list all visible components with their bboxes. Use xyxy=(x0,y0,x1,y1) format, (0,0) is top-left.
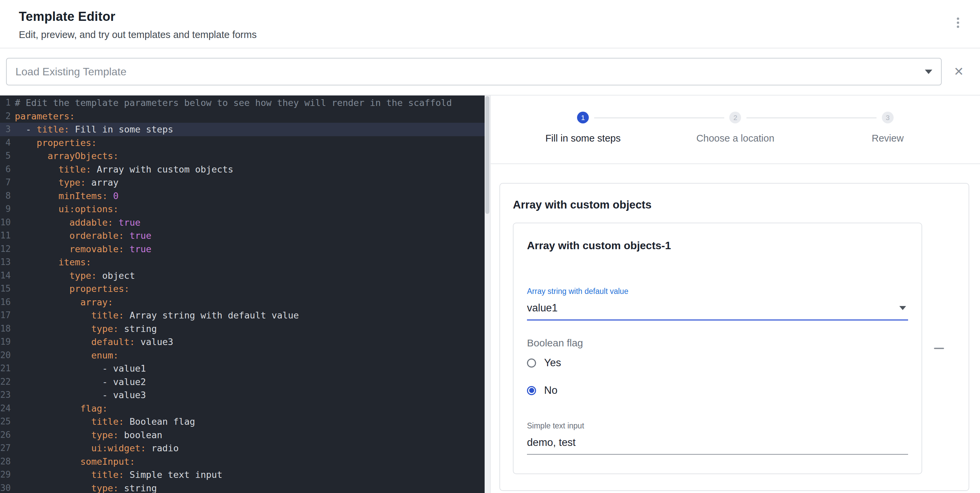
step-circle: 2 xyxy=(729,112,741,123)
code-lines[interactable]: 1# Edit the template parameters below to… xyxy=(0,96,485,493)
array-item-row: Array with custom objects-1 Array string… xyxy=(513,223,956,474)
code-line[interactable]: 21 - value1 xyxy=(0,362,485,375)
code-text: arrayObjects: xyxy=(15,149,119,163)
line-number: 9 xyxy=(0,203,11,216)
radio-icon xyxy=(527,359,536,368)
clear-template-button[interactable]: ✕ xyxy=(951,64,967,80)
step-label: Fill in some steps xyxy=(546,133,621,144)
page-subtitle: Edit, preview, and try out templates and… xyxy=(19,29,961,40)
line-number: 30 xyxy=(0,482,11,493)
code-line[interactable]: 19 default: value3 xyxy=(0,335,485,349)
code-line[interactable]: 8 minItems: 0 xyxy=(0,189,485,203)
close-icon: ✕ xyxy=(954,65,964,78)
code-line[interactable]: 29 title: Simple text input xyxy=(0,468,485,482)
line-number: 4 xyxy=(0,136,11,150)
line-number: 27 xyxy=(0,442,11,455)
code-text: properties: xyxy=(15,282,129,295)
code-line[interactable]: 20 enum: xyxy=(0,349,485,362)
code-line[interactable]: 23 - value3 xyxy=(0,388,485,402)
step-circle: 1 xyxy=(577,112,589,123)
radio-icon xyxy=(527,386,536,395)
code-text: title: Array string with default value xyxy=(15,309,299,322)
code-line[interactable]: 27 ui:widget: radio xyxy=(0,442,485,455)
code-text: title: Simple text input xyxy=(15,468,223,482)
scrollbar-thumb[interactable] xyxy=(485,96,489,214)
array-section-title: Array with custom objects xyxy=(513,198,956,211)
line-number: 15 xyxy=(0,282,11,295)
line-number: 2 xyxy=(0,110,11,123)
radio-option-no[interactable]: No xyxy=(527,377,908,404)
code-line[interactable]: 17 title: Array string with default valu… xyxy=(0,309,485,322)
line-number: 3 xyxy=(0,123,11,136)
page-title: Template Editor xyxy=(19,9,961,24)
preview-panel: 1 Fill in some steps 2 Choose a location… xyxy=(490,96,980,493)
remove-item-button[interactable] xyxy=(929,342,950,354)
simple-text-field: Simple text input xyxy=(527,421,908,455)
code-text: array: xyxy=(15,295,113,309)
code-line[interactable]: 10 addable: true xyxy=(0,216,485,229)
code-line[interactable]: 11 orderable: true xyxy=(0,229,485,243)
form-preview: Array with custom objects Array with cus… xyxy=(491,164,980,493)
code-text: properties: xyxy=(15,136,97,150)
line-number: 12 xyxy=(0,243,11,256)
code-line[interactable]: 28 someInput: xyxy=(0,455,485,469)
load-template-select[interactable]: Load Existing Template xyxy=(6,58,942,85)
array-string-field: Array string with default value value1 xyxy=(527,287,908,321)
code-editor[interactable]: 1# Edit the template parameters below to… xyxy=(0,96,490,493)
code-line[interactable]: 1# Edit the template parameters below to… xyxy=(0,96,485,110)
dropdown-caret-icon xyxy=(899,306,906,310)
code-text: someInput: xyxy=(15,455,135,469)
code-text: flag: xyxy=(15,402,108,415)
line-number: 23 xyxy=(0,388,11,402)
code-line[interactable]: 15 properties: xyxy=(0,282,485,295)
line-number: 25 xyxy=(0,415,11,428)
dropdown-caret-icon xyxy=(925,70,932,74)
step-review[interactable]: 3 Review xyxy=(811,112,964,144)
step-connector xyxy=(594,117,724,118)
step-connector xyxy=(746,117,877,118)
editor-scrollbar[interactable] xyxy=(485,96,490,493)
code-text: addable: true xyxy=(15,216,140,229)
simple-text-input[interactable] xyxy=(527,437,908,455)
code-line[interactable]: 13 items: xyxy=(0,255,485,269)
code-line[interactable]: 5 arrayObjects: xyxy=(0,149,485,163)
code-text: # Edit the template parameters below to … xyxy=(15,96,452,110)
line-number: 20 xyxy=(0,349,11,362)
code-line[interactable]: 2parameters: xyxy=(0,110,485,123)
code-text: parameters: xyxy=(15,110,75,123)
code-text: default: value3 xyxy=(15,335,173,349)
line-number: 21 xyxy=(0,362,11,375)
code-line[interactable]: 18 type: string xyxy=(0,322,485,336)
code-text: items: xyxy=(15,255,91,269)
code-line[interactable]: 9 ui:options: xyxy=(0,203,485,216)
code-text: minItems: 0 xyxy=(15,189,119,203)
code-line[interactable]: 7 type: array xyxy=(0,176,485,189)
code-text: title: Boolean flag xyxy=(15,415,195,428)
code-line[interactable]: 22 - value2 xyxy=(0,375,485,389)
code-line[interactable]: 6 title: Array with custom objects xyxy=(0,163,485,176)
remove-item-column xyxy=(922,342,956,354)
step-choose-a-location[interactable]: 2 Choose a location xyxy=(659,112,811,144)
code-text: ui:options: xyxy=(15,203,119,216)
code-text: type: object xyxy=(15,269,135,282)
code-text: - value3 xyxy=(15,388,146,402)
code-line[interactable]: 14 type: object xyxy=(0,269,485,282)
step-fill-in-some-steps[interactable]: 1 Fill in some steps xyxy=(507,112,659,144)
code-line[interactable]: 30 type: string xyxy=(0,482,485,493)
code-line[interactable]: 25 title: Boolean flag xyxy=(0,415,485,428)
code-line[interactable]: 24 flag: xyxy=(0,402,485,415)
line-number: 19 xyxy=(0,335,11,349)
code-line[interactable]: 4 properties: xyxy=(0,136,485,150)
line-number: 24 xyxy=(0,402,11,415)
array-string-select[interactable]: value1 xyxy=(527,302,908,321)
code-line[interactable]: 3 - title: Fill in some steps xyxy=(0,123,485,136)
line-number: 5 xyxy=(0,149,11,163)
code-text: orderable: true xyxy=(15,229,151,243)
code-line[interactable]: 16 array: xyxy=(0,295,485,309)
line-number: 18 xyxy=(0,322,11,336)
code-line[interactable]: 26 type: boolean xyxy=(0,428,485,442)
radio-option-yes[interactable]: Yes xyxy=(527,349,908,376)
kebab-menu-icon[interactable] xyxy=(955,16,961,30)
line-number: 28 xyxy=(0,455,11,469)
code-line[interactable]: 12 removable: true xyxy=(0,243,485,256)
